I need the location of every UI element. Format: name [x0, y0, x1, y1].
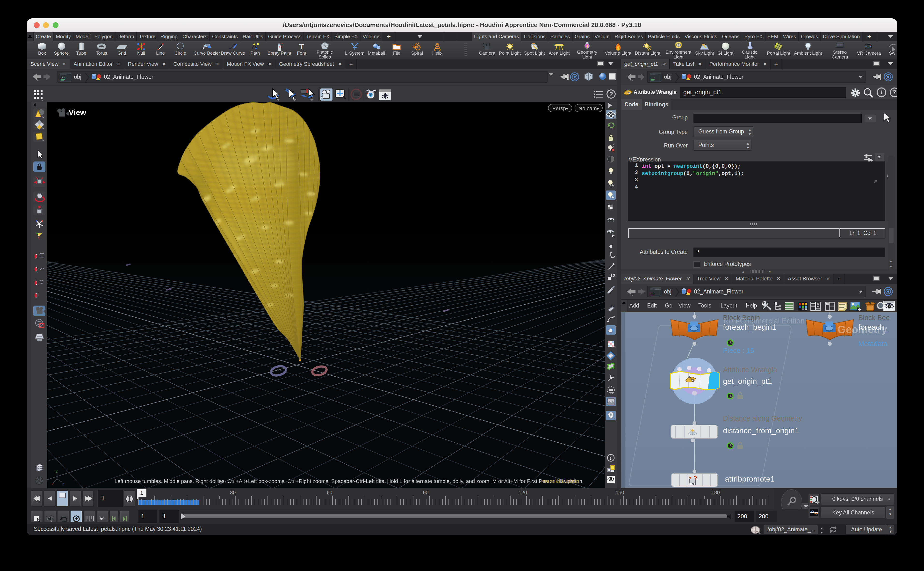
svg-text:12: 12 — [610, 273, 615, 278]
svg-text:y: y — [55, 469, 57, 473]
svg-text:x: x — [52, 482, 54, 486]
svg-text:z: z — [62, 482, 64, 486]
svg-text:i: i — [610, 455, 611, 461]
svg-text:12: 12 — [610, 304, 615, 308]
